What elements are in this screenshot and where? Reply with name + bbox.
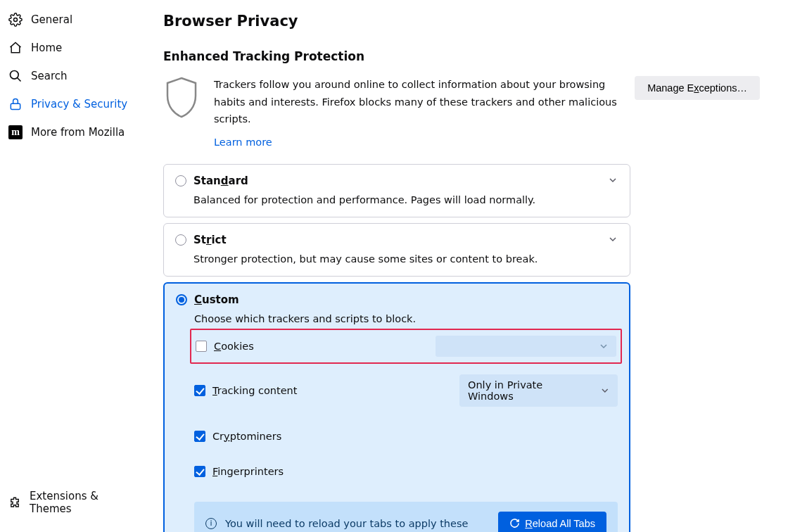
reload-banner: i You will need to reload your tabs to a… [194, 502, 618, 532]
option-strict[interactable]: Strict Stronger protection, but may caus… [163, 223, 630, 277]
cookies-dropdown[interactable] [436, 336, 616, 357]
option-desc: Stronger protection, but may cause some … [193, 253, 618, 265]
page-title: Browser Privacy [163, 13, 760, 30]
radio-custom[interactable] [176, 294, 187, 305]
info-icon: i [205, 518, 217, 529]
sidebar-item-label: Extensions & Themes [30, 490, 132, 515]
gear-icon [8, 13, 23, 27]
checkbox-finger[interactable] [194, 466, 205, 477]
sidebar-item-label: More from Mozilla [31, 126, 125, 139]
svg-rect-3 [11, 103, 20, 109]
mozilla-icon: m [8, 125, 23, 139]
radio-standard[interactable] [175, 175, 186, 186]
cookies-label: Cookies [214, 341, 386, 352]
cookies-row-highlight: Cookies [190, 329, 622, 364]
option-desc: Balanced for protection and performance.… [193, 194, 618, 205]
reload-icon [509, 518, 520, 528]
search-icon [8, 69, 23, 83]
option-standard[interactable]: Standard Balanced for protection and per… [163, 164, 630, 217]
svg-point-1 [11, 71, 19, 80]
crypto-label: Cryptominers [212, 431, 618, 442]
option-desc: Choose which trackers and scripts to blo… [194, 313, 618, 324]
sidebar-item-label: General [31, 13, 72, 26]
sidebar-item-mozilla[interactable]: m More from Mozilla [0, 118, 141, 146]
sidebar-item-extensions[interactable]: Extensions & Themes [0, 483, 141, 522]
manage-exceptions-button[interactable]: Manage Exceptions… [635, 76, 760, 100]
chevron-down-icon [609, 235, 617, 243]
option-title: Strict [193, 234, 227, 246]
section-title: Enhanced Tracking Protection [163, 49, 760, 63]
fingerprinters-row: Fingerprinters [194, 454, 618, 489]
chevron-down-icon [609, 176, 617, 184]
finger-label: Fingerprinters [212, 466, 618, 477]
option-title: Standard [193, 175, 248, 187]
sidebar-item-home[interactable]: Home [0, 34, 141, 62]
option-custom[interactable]: Custom Choose which trackers and scripts… [163, 282, 630, 532]
lock-icon [8, 97, 23, 111]
tracking-dropdown[interactable]: Only in Private Windows [459, 374, 618, 407]
checkbox-cookies[interactable] [196, 341, 207, 352]
radio-strict[interactable] [175, 234, 186, 246]
sidebar-item-label: Home [31, 42, 62, 54]
learn-more-link[interactable]: Learn more [214, 134, 272, 151]
checkbox-crypto[interactable] [194, 431, 205, 442]
sidebar-item-label: Privacy & Security [31, 98, 127, 110]
shield-icon [163, 76, 200, 120]
cryptominers-row: Cryptominers [194, 419, 618, 454]
option-title: Custom [194, 293, 239, 306]
svg-line-2 [18, 78, 21, 82]
svg-point-0 [14, 18, 18, 22]
sidebar-item-search[interactable]: Search [0, 62, 141, 90]
sidebar-item-general[interactable]: General [0, 6, 141, 34]
tracking-description: Trackers follow you around online to col… [214, 76, 621, 151]
tracking-content-row: Tracking content Only in Private Windows [194, 362, 618, 419]
puzzle-icon [8, 495, 21, 509]
home-icon [8, 41, 23, 55]
reload-all-tabs-button[interactable]: Reload All Tabs [498, 512, 606, 532]
tracking-label: Tracking content [212, 385, 452, 396]
sidebar-item-label: Search [31, 70, 68, 82]
sidebar-item-privacy[interactable]: Privacy & Security [0, 90, 141, 118]
reload-text: You will need to reload your tabs to app… [225, 518, 490, 529]
checkbox-tracking[interactable] [194, 385, 205, 396]
